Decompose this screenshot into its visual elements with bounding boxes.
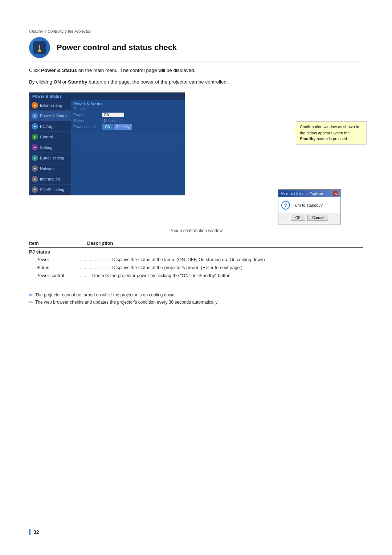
sidebar-icon-initial: ●	[32, 102, 38, 109]
desc-text-status: Displays the status of the projector's p…	[112, 264, 363, 271]
desc-name-power-control: Power control	[36, 272, 80, 279]
desc-text-power-control: Controls the projector power by clicking…	[92, 272, 363, 279]
h-line-6	[73, 143, 183, 145]
note-icon-2: ✏	[29, 300, 33, 305]
popup-buttons: OK Cancel	[278, 213, 340, 224]
popup-window: Microsoft Internet Explorer ✕ ? Turn to …	[278, 189, 341, 224]
horizontal-lines	[73, 133, 183, 149]
sidebar-icon-setting: ●	[32, 144, 38, 151]
sidebar-icon-information: ●	[32, 176, 38, 182]
h-line-3	[73, 137, 183, 138]
status-value-power: ON	[102, 113, 124, 117]
callout-text: Confirmation window as shown in the belo…	[300, 125, 359, 141]
sidebar-label-email: E-mail setting	[40, 156, 64, 160]
note-item-1: ✏ The projector cannot be turned on whil…	[29, 292, 363, 298]
sidebar-item-control[interactable]: ● Control	[29, 132, 71, 142]
chapter-label: Chapter 4 Controlling the Projector	[29, 29, 363, 33]
sidebar-item-initial-setting[interactable]: ● Initial setting	[29, 100, 71, 111]
page-title: Power control and status check	[57, 43, 177, 52]
note-item-2: ✏ The web browser checks and updates the…	[29, 300, 363, 305]
sidebar-icon-power: ●	[32, 113, 38, 119]
desc-row-power: Power ........................ Displays …	[36, 256, 363, 263]
intro-bold-standby: Standby	[68, 79, 87, 85]
intro-bold-on: ON	[54, 79, 61, 85]
status-row-status: Status Normal	[73, 118, 183, 123]
sidebar-icon-control: ●	[32, 134, 38, 140]
sidebar-icon-snmp: ●	[32, 186, 38, 193]
sidebar-label-information: Information	[40, 177, 60, 181]
h-line-4	[73, 139, 183, 140]
popup-titlebar: Microsoft Internet Explorer ✕	[278, 190, 340, 197]
content-subtitle: PJ status	[73, 107, 183, 111]
intro-paragraph-1: Click Power & Status on the main menu. T…	[29, 66, 363, 74]
desc-name-status: Status	[36, 264, 80, 271]
sidebar-item-power-status[interactable]: ● Power & Status	[29, 111, 71, 121]
notes-section: ✏ The projector cannot be turned on whil…	[29, 292, 363, 305]
popup-title-text: Microsoft Internet Explorer	[281, 192, 323, 196]
content-title: Power & Status	[73, 102, 183, 106]
h-line-5	[73, 141, 183, 142]
sidebar-label-power: Power & Status	[40, 114, 68, 118]
sidebar-label-initial: Initial setting	[40, 103, 62, 108]
desc-dots-power-control: ........	[80, 272, 90, 279]
popup-close-button[interactable]: ✕	[333, 191, 338, 196]
sidebar-item-network[interactable]: ● Network	[29, 163, 71, 174]
note-icon-1: ✏	[29, 292, 33, 298]
h-line-8	[73, 148, 183, 149]
section-icon: !	[29, 37, 50, 58]
h-line-2	[73, 135, 183, 136]
sidebar-item-setting[interactable]: ● Setting	[29, 142, 71, 153]
description-table: Item Description PJ status Power .......…	[29, 240, 363, 279]
sidebar-item-email-setting[interactable]: ● E-mail setting	[29, 153, 71, 163]
intro-paragraph-2: By clicking ON or Standby button on the …	[29, 78, 363, 86]
status-row-power: Power ON	[73, 113, 183, 117]
status-label-power: Power	[73, 113, 102, 117]
popup-question-icon: ?	[281, 201, 290, 210]
status-label-status: Status	[73, 119, 102, 123]
web-ui-body: ● Initial setting ● Power & Status ● PC …	[29, 100, 185, 195]
note-text-2: The web browser checks and updates the p…	[35, 300, 219, 305]
h-line-1	[73, 133, 183, 134]
h-line-7	[73, 146, 183, 147]
power-control-row: Power control ON Standby	[73, 124, 183, 130]
web-ui-header: Power & Status	[29, 93, 185, 100]
sidebar-icon-email: ●	[32, 155, 38, 161]
popup-cancel-button[interactable]: Cancel	[307, 215, 328, 221]
sidebar-item-pc-adj[interactable]: ● PC Adj.	[29, 121, 71, 132]
sidebar-label-network: Network	[40, 166, 54, 171]
screenshot-container: Power & Status ● Initial setting ● Power…	[29, 92, 363, 195]
desc-name-power: Power	[36, 256, 80, 263]
sidebar-icon-network: ●	[32, 165, 38, 172]
sidebar-item-information[interactable]: ● Information	[29, 174, 71, 185]
sidebar: ● Initial setting ● Power & Status ● PC …	[29, 100, 71, 195]
sidebar-label-pcadj: PC Adj.	[40, 124, 53, 129]
col1-header: Item	[29, 240, 87, 246]
desc-row-power-control: Power control ........ Controls the proj…	[36, 272, 363, 279]
desc-dots-power: ........................	[80, 256, 110, 263]
pj-status-title: PJ status	[29, 249, 363, 255]
sidebar-icon-pcadj: ●	[32, 123, 38, 130]
note-text-1: The projector cannot be turned on while …	[35, 292, 176, 297]
status-value-status: Normal	[102, 118, 124, 123]
desc-row-status: Status ........................ Displays…	[36, 264, 363, 271]
web-ui-header-text: Power & Status	[32, 94, 62, 98]
callout-box: Confirmation window as shown in the belo…	[296, 121, 367, 145]
sidebar-label-setting: Setting	[40, 145, 52, 150]
sidebar-item-snmp-setting[interactable]: ● SNMP setting	[29, 185, 71, 195]
btn-on[interactable]: ON	[102, 124, 113, 130]
sidebar-label-snmp: SNMP setting	[40, 187, 64, 192]
intro-bold-power-status: Power & Status	[41, 68, 77, 73]
desc-dots-status: ........................	[80, 264, 110, 271]
popup-caption: Popup confirmation window	[29, 228, 363, 233]
col2-header: Description	[87, 240, 113, 246]
sidebar-label-control: Control	[40, 135, 53, 139]
popup-ok-button[interactable]: OK	[291, 215, 305, 221]
desc-rows: Power ........................ Displays …	[36, 256, 363, 279]
content-area: Power & Status PJ status Power ON Status…	[71, 100, 185, 195]
section-icon-inner: !	[33, 41, 46, 54]
status-label-power-control: Power control	[73, 125, 102, 129]
btn-standby[interactable]: Standby	[114, 124, 132, 130]
divider-line	[29, 288, 363, 288]
section-header: ! Power control and status check	[29, 37, 363, 61]
callout-arrow	[293, 127, 296, 133]
